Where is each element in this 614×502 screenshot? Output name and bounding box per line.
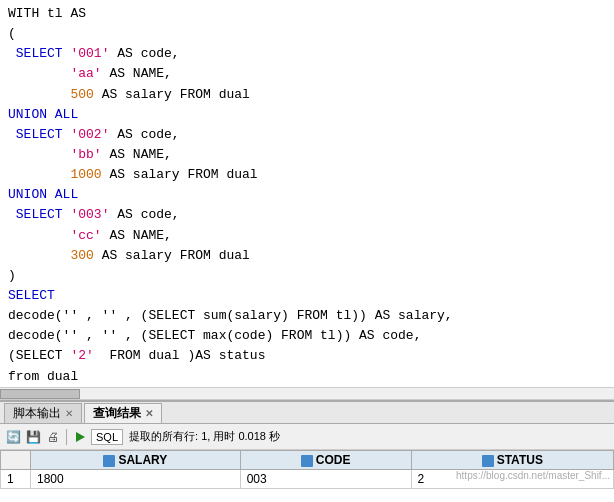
toolbar-divider-1 xyxy=(66,429,67,445)
col-icon xyxy=(482,455,494,467)
row-num: 1 xyxy=(1,470,31,489)
sql-badge: SQL xyxy=(91,429,123,445)
status-text: 提取的所有行: 1, 用时 0.018 秒 xyxy=(129,429,280,444)
col-header-status: STATUS xyxy=(411,451,613,470)
code-editor: WITH tl AS( SELECT '001' AS code, 'aa' A… xyxy=(0,0,614,400)
tab-script-output[interactable]: 脚本输出 ✕ xyxy=(4,403,82,423)
tab-query-results-label: 查询结果 xyxy=(93,405,141,422)
toolbar-save-btn[interactable]: 💾 xyxy=(24,428,42,446)
scrollbar-thumb[interactable] xyxy=(0,389,80,399)
toolbar-refresh-btn[interactable]: 🔄 xyxy=(4,428,22,446)
col-icon xyxy=(301,455,313,467)
tab-script-output-label: 脚本输出 xyxy=(13,405,61,422)
tab-bar: 脚本输出 ✕ 查询结果 ✕ xyxy=(0,402,614,424)
code-lines: WITH tl AS( SELECT '001' AS code, 'aa' A… xyxy=(0,0,614,391)
tab-query-results-close[interactable]: ✕ xyxy=(145,408,153,419)
tab-query-results[interactable]: 查询结果 ✕ xyxy=(84,403,162,423)
col-icon xyxy=(103,455,115,467)
col-header-code: CODE xyxy=(240,451,411,470)
cell-code: 003 xyxy=(240,470,411,489)
bottom-panel: 脚本输出 ✕ 查询结果 ✕ 🔄 💾 🖨 SQL 提取的所有行: 1, 用时 0.… xyxy=(0,400,614,489)
watermark: https://blog.csdn.net/master_Shif... xyxy=(456,470,610,481)
tab-script-output-close[interactable]: ✕ xyxy=(65,408,73,419)
col-header-salary: SALARY xyxy=(31,451,241,470)
play-icon xyxy=(76,432,85,442)
toolbar-row: 🔄 💾 🖨 SQL 提取的所有行: 1, 用时 0.018 秒 xyxy=(0,424,614,450)
results-area: SALARYCODESTATUS 118000032 https://blog.… xyxy=(0,450,614,489)
editor-scrollbar[interactable] xyxy=(0,387,614,399)
toolbar-play-btn[interactable] xyxy=(71,428,89,446)
toolbar-print-btn[interactable]: 🖨 xyxy=(44,428,62,446)
cell-salary: 1800 xyxy=(31,470,241,489)
